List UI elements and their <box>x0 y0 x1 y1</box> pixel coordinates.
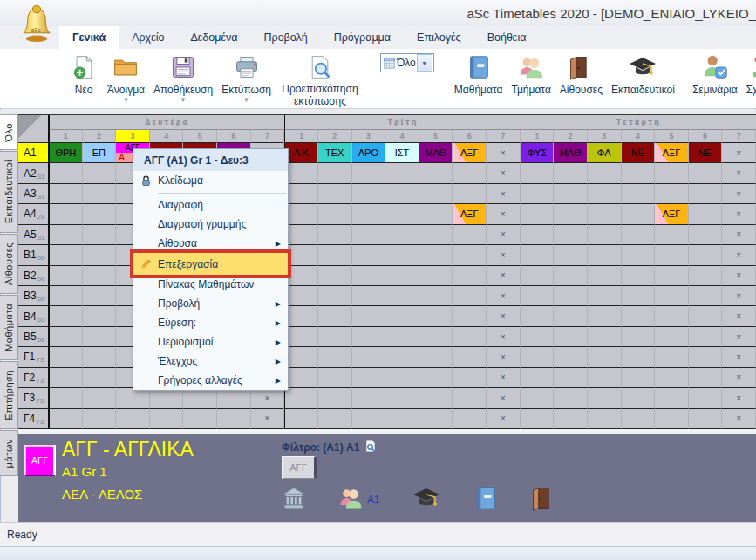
period-header[interactable]: 2 <box>554 130 588 143</box>
timetable-cell[interactable] <box>588 163 622 183</box>
class-row-header-B4[interactable]: B455 <box>18 306 49 326</box>
sidebar-tab-Αίθουσες[interactable]: Αίθουσες <box>0 234 18 294</box>
timetable-cell[interactable] <box>419 388 453 408</box>
toolbar-button-Εκπαιδευτικοί[interactable]: Εκπαιδευτικοί <box>607 49 679 96</box>
timetable-cell[interactable] <box>554 245 588 265</box>
timetable-cell[interactable]: × <box>487 388 521 408</box>
class-row-header-Γ2[interactable]: Γ273 <box>18 368 49 388</box>
timetable-cell[interactable] <box>655 225 689 245</box>
timetable-cell[interactable] <box>521 286 555 306</box>
toolbar-button-Νέο[interactable]: Νέο <box>65 49 103 96</box>
timetable-cell[interactable] <box>689 204 723 224</box>
timetable-cell[interactable] <box>453 286 487 306</box>
timetable-cell[interactable] <box>622 184 656 204</box>
timetable-cell[interactable] <box>622 266 656 286</box>
timetable-cell[interactable] <box>588 286 622 306</box>
context-menu-item-Περιορισμοί[interactable]: Περιορισμοί▶ <box>133 332 288 352</box>
class-row-header-Γ3[interactable]: Γ373 <box>18 388 49 408</box>
timetable-cell[interactable]: × <box>722 409 756 429</box>
timetable-cell[interactable] <box>453 184 487 204</box>
lesson-cell[interactable]: ΝΕ <box>689 143 723 163</box>
timetable-cell[interactable] <box>83 266 117 286</box>
timetable-cell[interactable] <box>183 409 217 429</box>
timetable-cell[interactable] <box>385 286 419 306</box>
timetable-cell[interactable] <box>622 388 656 408</box>
context-menu-item-Προβολή[interactable]: Προβολή▶ <box>133 294 288 313</box>
timetable-cell[interactable] <box>655 286 689 306</box>
timetable-cell[interactable] <box>284 225 318 245</box>
timetable-cell[interactable] <box>150 409 184 429</box>
timetable-cell[interactable] <box>419 409 453 429</box>
timetable-cell[interactable] <box>385 266 419 286</box>
timetable-cell[interactable] <box>49 368 83 388</box>
timetable-cell[interactable] <box>588 368 622 388</box>
timetable-cell[interactable] <box>49 204 83 224</box>
timetable-cell[interactable] <box>622 306 656 326</box>
timetable-cell[interactable] <box>521 225 555 245</box>
period-header[interactable]: 6 <box>217 130 251 143</box>
menu-tab-Γενικά[interactable]: Γενικά <box>59 26 119 49</box>
timetable-cell[interactable] <box>419 368 453 388</box>
book-icon[interactable] <box>473 485 499 515</box>
chevron-down-icon[interactable]: ▼ <box>180 96 187 104</box>
menu-tab-Δεδομένα[interactable]: Δεδομένα <box>177 26 250 49</box>
lesson-cell[interactable]: ΘΡΗ <box>49 143 83 163</box>
timetable-cell[interactable] <box>588 409 622 429</box>
timetable-cell[interactable] <box>352 327 386 347</box>
timetable-cell[interactable] <box>217 409 251 429</box>
timetable-cell[interactable] <box>116 388 150 408</box>
timetable-cell[interactable] <box>284 163 318 183</box>
timetable-cell[interactable] <box>83 388 117 408</box>
lesson-cell[interactable]: ΤΕΧ <box>318 143 352 163</box>
context-menu-item-Αίθουσα[interactable]: Αίθουσα▶ <box>133 234 288 253</box>
timetable-cell[interactable] <box>49 225 83 245</box>
timetable-cell[interactable] <box>385 327 419 347</box>
timetable-cell[interactable] <box>622 347 656 367</box>
timetable-cell[interactable] <box>352 306 386 326</box>
timetable-cell[interactable] <box>83 163 117 183</box>
period-header[interactable]: 2 <box>83 130 117 143</box>
timetable-cell[interactable]: × <box>722 368 756 388</box>
timetable-cell[interactable] <box>83 286 117 306</box>
timetable-cell[interactable] <box>284 347 318 367</box>
context-menu-item-Διαγραφή[interactable]: Διαγραφή <box>133 195 288 215</box>
timetable-cell[interactable] <box>385 409 419 429</box>
timetable-cell[interactable]: × <box>722 347 756 367</box>
timetable-cell[interactable] <box>554 409 588 429</box>
timetable-cell[interactable] <box>318 409 352 429</box>
timetable-cell[interactable] <box>352 266 386 286</box>
timetable-cell[interactable] <box>521 266 555 286</box>
timetable-cell[interactable] <box>83 184 117 204</box>
class-row-header-B3[interactable]: B356 <box>18 286 49 306</box>
timetable-cell[interactable] <box>521 409 555 429</box>
context-menu-item-Διαγραφή γραμμής[interactable]: Διαγραφή γραμμής <box>133 215 288 234</box>
timetable-cell[interactable] <box>689 245 723 265</box>
period-header[interactable]: 1 <box>284 130 318 143</box>
timetable-cell[interactable] <box>453 388 487 408</box>
timetable-cell[interactable] <box>453 163 487 183</box>
gradcap-icon[interactable] <box>412 483 441 516</box>
timetable-cell[interactable]: × <box>251 388 285 408</box>
lesson-cell[interactable]: ΑΞΓ <box>655 204 689 224</box>
timetable-cell[interactable] <box>655 388 689 408</box>
timetable-cell[interactable] <box>554 286 588 306</box>
timetable-cell[interactable] <box>689 388 723 408</box>
timetable-cell[interactable] <box>83 225 117 245</box>
timetable-cell[interactable] <box>83 347 117 367</box>
timetable-cell[interactable] <box>284 306 318 326</box>
class-row-header-A3[interactable]: A331 <box>18 184 49 204</box>
timetable-cell[interactable] <box>554 163 588 183</box>
timetable-cell[interactable] <box>83 204 117 224</box>
lesson-cell[interactable]: ΦΑ <box>588 143 622 163</box>
period-header[interactable]: 1 <box>521 130 555 143</box>
class-row-header-Γ1[interactable]: Γ173 <box>18 347 49 367</box>
timetable-cell[interactable]: × <box>487 306 521 326</box>
timetable-cell[interactable] <box>419 327 453 347</box>
timetable-cell[interactable] <box>318 245 352 265</box>
lesson-cell[interactable]: ΦΥΣ <box>521 143 555 163</box>
timetable-cell[interactable] <box>284 388 318 408</box>
class-row-header-A1[interactable]: A1 <box>18 143 49 163</box>
timetable-cell[interactable] <box>83 409 117 429</box>
timetable-cell[interactable] <box>49 306 83 326</box>
timetable-cell[interactable]: × <box>487 245 521 265</box>
